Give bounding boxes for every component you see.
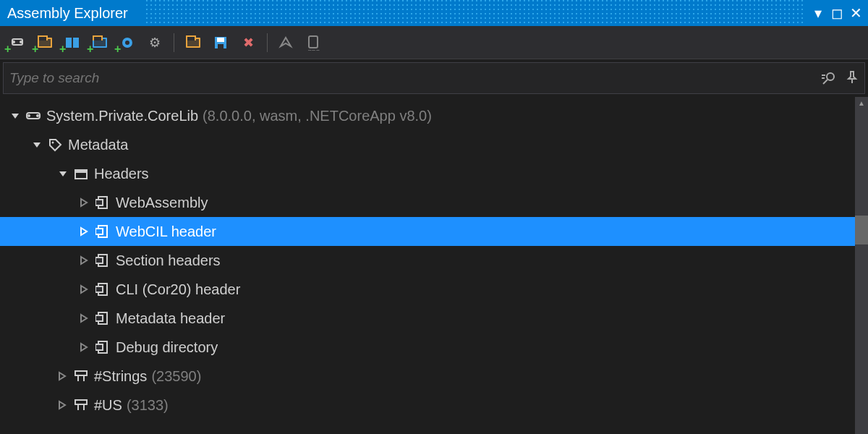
pin-icon[interactable] — [846, 70, 859, 86]
tree-label: CLI (Cor20) header — [116, 281, 240, 298]
document-icon — [94, 310, 111, 327]
window-dropdown-icon[interactable]: ▾ — [810, 4, 826, 22]
toolbar: + + + + + ⚙ ✖ — [0, 26, 868, 59]
options-button[interactable]: ⚙ — [145, 33, 165, 53]
open-view-button[interactable] — [183, 33, 203, 53]
svg-point-12 — [827, 73, 834, 80]
tree-label: WebCIL header — [116, 224, 216, 240]
tree-node-header-item[interactable]: WebAssembly — [0, 188, 855, 217]
collapse-icon[interactable] — [80, 313, 91, 323]
tree-label: #US — [94, 397, 122, 414]
tree-node-header-item[interactable]: WebCIL header — [0, 217, 855, 246]
svg-rect-8 — [217, 38, 224, 42]
headers-icon — [72, 165, 90, 182]
document-icon — [94, 339, 111, 356]
tree-node-stream[interactable]: #US (3133) — [0, 391, 855, 420]
toolbar-separator — [174, 33, 174, 52]
window-title: Assembly Explorer — [7, 5, 128, 22]
svg-rect-4 — [73, 38, 79, 48]
svg-point-6 — [125, 41, 129, 45]
svg-point-2 — [20, 41, 22, 43]
stream-icon — [72, 396, 90, 414]
svg-rect-29 — [95, 286, 103, 292]
document-icon — [94, 194, 111, 211]
svg-rect-33 — [95, 344, 103, 350]
scroll-thumb[interactable] — [855, 216, 868, 244]
tree-count: (23590) — [151, 368, 201, 385]
svg-text:PDB: PDB — [308, 48, 320, 51]
tree-label: Headers — [94, 166, 149, 182]
collapse-icon[interactable] — [80, 255, 91, 265]
tree-node-stream[interactable]: #Strings (23590) — [0, 362, 855, 391]
tree-node-headers[interactable]: Headers — [0, 159, 855, 188]
expand-icon[interactable] — [58, 169, 69, 179]
collapse-icon[interactable] — [80, 226, 91, 237]
titlebar-grip — [145, 0, 803, 26]
svg-rect-10 — [309, 36, 318, 48]
tree-node-header-item[interactable]: CLI (Cor20) header — [0, 275, 855, 304]
document-icon — [94, 223, 111, 240]
tree-label: Metadata — [68, 137, 128, 153]
add-assembly-button[interactable]: + — [7, 33, 27, 53]
tree-label: System.Private.CoreLib — [46, 108, 198, 124]
clear-button[interactable]: ✖ — [238, 33, 258, 53]
window-maximize-icon[interactable]: ◻ — [829, 4, 845, 22]
toolbar-separator — [267, 33, 268, 52]
tree-node-assembly[interactable]: System.Private.CoreLib (8.0.0.0, wasm, .… — [0, 101, 855, 130]
tree-node-header-item[interactable]: Section headers — [0, 246, 855, 275]
tree-node-header-item[interactable]: Metadata header — [0, 304, 855, 333]
add-nuget-button[interactable]: + — [62, 33, 82, 53]
svg-rect-25 — [95, 229, 103, 234]
assembly-icon — [25, 107, 42, 124]
svg-rect-31 — [95, 315, 103, 321]
tree-label: #Strings — [94, 368, 147, 385]
search-input[interactable] — [9, 70, 821, 86]
svg-rect-23 — [95, 200, 103, 205]
tree-label: Section headers — [116, 252, 221, 269]
search-bar — [3, 62, 865, 94]
scroll-up-icon[interactable]: ▲ — [855, 97, 868, 110]
collapse-icon[interactable] — [80, 197, 91, 208]
send-to-vs-button[interactable] — [276, 33, 297, 53]
load-pdb-button[interactable]: PDB — [304, 33, 324, 53]
open-folder-button[interactable]: + — [35, 33, 55, 53]
expand-icon[interactable] — [32, 140, 43, 150]
svg-rect-34 — [75, 371, 87, 375]
add-sdk-button[interactable]: + — [90, 33, 110, 53]
tree-node-header-item[interactable]: Debug directory — [0, 333, 855, 362]
collapse-icon[interactable] — [58, 400, 69, 410]
tree-label: WebAssembly — [116, 195, 208, 211]
svg-point-18 — [36, 114, 39, 117]
svg-rect-9 — [218, 44, 224, 48]
titlebar[interactable]: Assembly Explorer ▾ ◻ ✕ — [0, 0, 868, 26]
save-button[interactable] — [210, 33, 231, 53]
document-icon — [94, 281, 111, 298]
svg-point-19 — [52, 142, 54, 144]
collapse-icon[interactable] — [80, 342, 91, 352]
vertical-scrollbar[interactable]: ▲ — [855, 97, 868, 434]
stream-icon — [72, 367, 90, 385]
add-recent-button[interactable]: + — [117, 33, 137, 53]
svg-point-1 — [12, 41, 15, 43]
svg-rect-21 — [75, 170, 87, 173]
tree-label-detail: (8.0.0.0, wasm, .NETCoreApp v8.0) — [203, 108, 432, 124]
tag-icon — [46, 136, 64, 153]
collapse-icon[interactable] — [58, 371, 69, 381]
tree-count: (3133) — [127, 397, 169, 414]
tree-node-metadata[interactable]: Metadata — [0, 130, 855, 159]
svg-line-13 — [823, 80, 827, 84]
collapse-icon[interactable] — [80, 284, 91, 294]
tree-label: Metadata header — [116, 310, 225, 327]
tree-label: Debug directory — [116, 339, 218, 356]
window-close-icon[interactable]: ✕ — [848, 4, 864, 22]
search-icon[interactable] — [821, 70, 837, 86]
document-icon — [94, 252, 111, 269]
svg-rect-27 — [95, 258, 103, 263]
expand-icon[interactable] — [10, 111, 22, 121]
svg-point-17 — [27, 114, 30, 117]
tree-view[interactable]: System.Private.CoreLib (8.0.0.0, wasm, .… — [0, 97, 855, 434]
svg-rect-37 — [75, 400, 87, 404]
